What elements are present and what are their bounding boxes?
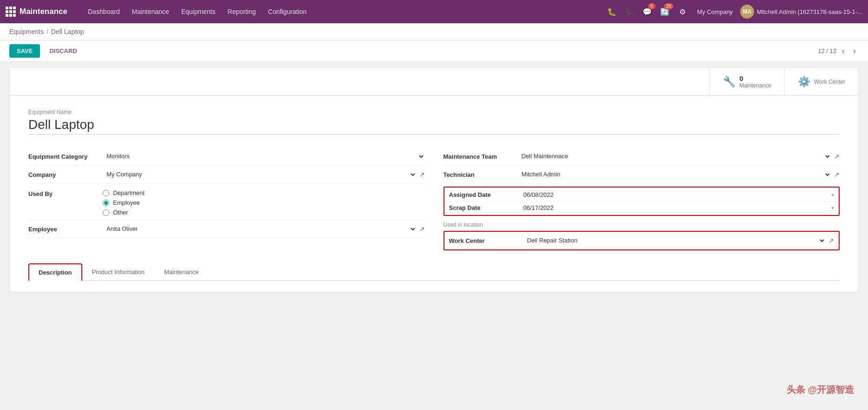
radio-department[interactable]: Department xyxy=(103,189,145,196)
nav-dashboard[interactable]: Dashboard xyxy=(82,5,126,18)
top-menu: Dashboard Maintenance Equipments Reporti… xyxy=(82,5,603,18)
equipment-category-label: Equipment Category xyxy=(28,151,103,160)
maintenance-team-external-link[interactable]: ↗ xyxy=(834,153,840,160)
discard-button[interactable]: DISCARD xyxy=(44,44,82,58)
assigned-date-label: Assigned Date xyxy=(449,191,523,198)
radio-other[interactable]: Other xyxy=(103,209,145,216)
work-center-highlight-box: Work Center Dell Repair Station ↗ xyxy=(444,231,840,250)
company-selector[interactable]: My Company xyxy=(693,7,738,17)
tabs-bar: Description Product Information Maintena… xyxy=(28,263,840,281)
used-by-label: Used By xyxy=(28,188,103,197)
equipment-name-field: Equipment Name xyxy=(28,109,840,134)
save-button[interactable]: SAVE xyxy=(9,44,40,58)
technician-field: Technician Mitchell Admin ↗ xyxy=(444,166,840,184)
pagination-prev[interactable]: ‹ xyxy=(839,45,848,57)
action-buttons: SAVE DISCARD xyxy=(9,44,83,58)
smart-buttons-bar: 🔧 0 Maintenance ⚙️ Work Center xyxy=(10,68,858,96)
employee-external-link[interactable]: ↗ xyxy=(419,225,425,233)
employee-value: Anita Oliver ↗ xyxy=(103,224,425,234)
nav-reporting[interactable]: Reporting xyxy=(222,5,262,18)
maintenance-team-label: Maintenance Team xyxy=(444,151,518,160)
wrench-icon: 🔧 xyxy=(723,76,735,88)
tab-product-info[interactable]: Product Information xyxy=(82,263,154,281)
smart-btn-work-center[interactable]: ⚙️ Work Center xyxy=(784,68,858,95)
radio-employee[interactable]: Employee xyxy=(103,199,145,206)
equipment-name-label: Equipment Name xyxy=(28,109,840,115)
assigned-date-field: Assigned Date 06/08/2022 ▾ xyxy=(444,188,839,202)
company-select[interactable]: My Company xyxy=(103,169,417,180)
top-navigation: Maintenance Dashboard Maintenance Equipm… xyxy=(0,0,868,23)
company-field: Company My Company ↗ xyxy=(28,166,425,184)
tab-description[interactable]: Description xyxy=(28,263,82,281)
scrap-date-label: Scrap Date xyxy=(449,204,523,211)
equipment-category-value: Monitors xyxy=(103,151,425,161)
gear-icon: ⚙️ xyxy=(798,76,810,88)
maintenance-team-value: Dell Maintennace ↗ xyxy=(518,151,840,161)
equipment-category-select[interactable]: Monitors xyxy=(103,151,425,161)
equipment-name-input[interactable] xyxy=(28,117,840,134)
radio-employee-input[interactable] xyxy=(103,200,109,206)
radio-employee-label: Employee xyxy=(113,199,140,206)
work-center-select[interactable]: Dell Repair Station xyxy=(523,235,826,246)
nav-maintenance[interactable]: Maintenance xyxy=(126,5,174,18)
assigned-date-value[interactable]: 06/08/2022 xyxy=(523,191,828,198)
form-right-column: Maintenance Team Dell Maintennace ↗ Tech… xyxy=(444,148,840,252)
phone-icon-btn[interactable]: 📞 xyxy=(622,4,637,19)
breadcrumb-parent[interactable]: Equipments xyxy=(9,28,44,35)
radio-department-input[interactable] xyxy=(103,190,109,196)
breadcrumb-current: Dell Laptop xyxy=(51,28,84,35)
maintenance-team-select[interactable]: Dell Maintennace xyxy=(518,151,832,161)
work-center-external-link[interactable]: ↗ xyxy=(828,237,834,244)
work-center-label: Work Center xyxy=(449,235,523,244)
form-grid: Equipment Category Monitors Company My C… xyxy=(28,148,840,252)
maintenance-label: Maintenance xyxy=(739,82,771,89)
pagination: 12 / 12 ‹ › xyxy=(818,45,859,57)
bug-icon-btn[interactable]: 🐛 xyxy=(604,4,619,19)
app-name: Maintenance xyxy=(20,7,67,16)
scrap-date-arrow[interactable]: ▾ xyxy=(831,205,834,211)
app-logo[interactable]: Maintenance xyxy=(6,7,75,17)
employee-label: Employee xyxy=(28,224,103,233)
radio-other-input[interactable] xyxy=(103,209,109,216)
used-by-radio-group: Department Employee Other xyxy=(103,188,145,216)
username-display[interactable]: Mitchell Admin (16273178-saas-15-1-... xyxy=(757,8,862,15)
dates-highlight-box: Assigned Date 06/08/2022 ▾ Scrap Date 06… xyxy=(444,187,840,216)
radio-department-label: Department xyxy=(113,189,145,196)
settings-icon-btn[interactable]: ⚙ xyxy=(675,4,690,19)
equipment-category-field: Equipment Category Monitors xyxy=(28,148,425,166)
activity-badge: 28 xyxy=(664,3,673,9)
form-left-column: Equipment Category Monitors Company My C… xyxy=(28,148,425,252)
maintenance-count: 0 xyxy=(739,74,771,82)
tab-maintenance[interactable]: Maintenance xyxy=(154,263,208,281)
scrap-date-field: Scrap Date 06/17/2022 ▾ xyxy=(444,202,839,215)
pagination-next[interactable]: › xyxy=(850,45,859,57)
grid-icon xyxy=(6,7,16,17)
smart-btn-maintenance[interactable]: 🔧 0 Maintenance xyxy=(709,68,784,95)
work-center-value: Dell Repair Station ↗ xyxy=(523,235,835,246)
technician-select[interactable]: Mitchell Admin xyxy=(518,169,832,180)
scrap-date-value[interactable]: 06/17/2022 xyxy=(523,204,828,211)
company-label: Company xyxy=(28,169,103,178)
breadcrumb-separator: / xyxy=(46,28,48,35)
used-in-location-label: Used in location xyxy=(444,219,840,229)
nav-configuration[interactable]: Configuration xyxy=(262,5,312,18)
technician-label: Technician xyxy=(444,169,518,178)
company-external-link[interactable]: ↗ xyxy=(419,171,425,178)
nav-equipments[interactable]: Equipments xyxy=(176,5,221,18)
technician-external-link[interactable]: ↗ xyxy=(834,171,840,178)
employee-field: Employee Anita Oliver ↗ xyxy=(28,220,425,238)
breadcrumb: Equipments / Dell Laptop xyxy=(0,23,868,40)
chat-badge: 5 xyxy=(648,3,656,9)
work-center-field: Work Center Dell Repair Station ↗ xyxy=(444,232,839,249)
chat-icon-btn[interactable]: 💬 5 xyxy=(640,4,655,19)
form-body: Equipment Name Equipment Category Monito… xyxy=(10,96,858,292)
maintenance-team-field: Maintenance Team Dell Maintennace ↗ xyxy=(444,148,840,166)
technician-value: Mitchell Admin ↗ xyxy=(518,169,840,180)
pagination-label: 12 / 12 xyxy=(818,47,836,54)
radio-other-label: Other xyxy=(113,209,128,216)
avatar[interactable]: MA xyxy=(740,5,754,19)
activity-icon-btn[interactable]: 🔄 28 xyxy=(657,4,672,19)
employee-select[interactable]: Anita Oliver xyxy=(103,224,417,234)
assigned-date-arrow[interactable]: ▾ xyxy=(831,192,834,198)
form-card: 🔧 0 Maintenance ⚙️ Work Center Equipment… xyxy=(9,67,859,292)
